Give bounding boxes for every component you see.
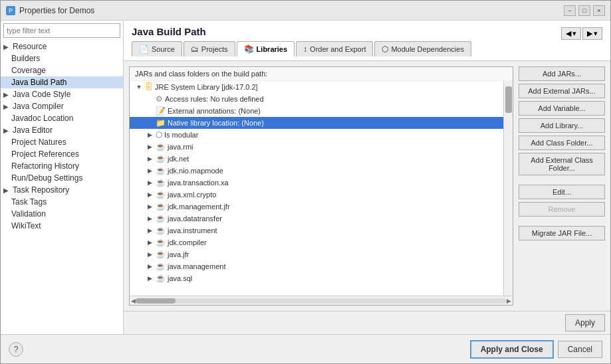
- toggle-jdk-compiler[interactable]: ▶: [146, 239, 154, 246]
- toggle-java-datatransfer[interactable]: ▶: [146, 215, 154, 222]
- apply-close-button[interactable]: Apply and Close: [470, 340, 554, 359]
- sidebar-label-java-build-path: Java Build Path: [11, 78, 66, 87]
- sidebar-item-task-tags[interactable]: Task Tags: [1, 196, 123, 208]
- sidebar-item-validation[interactable]: Validation: [1, 208, 123, 220]
- close-button[interactable]: ×: [593, 5, 605, 16]
- add-class-folder-button[interactable]: Add Class Folder...: [519, 136, 605, 150]
- scroll-right-btn[interactable]: ▶: [507, 298, 511, 304]
- window-title: Properties for Demos: [19, 6, 94, 15]
- add-external-jars-button[interactable]: Add External JARs...: [519, 84, 605, 98]
- tree-row-jdk-management-jfr[interactable]: ▶ ☕ jdk.management.jfr: [130, 201, 503, 213]
- main-content: ▶ Resource Builders Coverage Java Build …: [1, 21, 610, 334]
- tree-row-java-xml-crypto[interactable]: ▶ ☕ java.xml.crypto: [130, 189, 503, 201]
- cancel-button[interactable]: Cancel: [558, 341, 602, 358]
- label-jdk-management-jfr: jdk.management.jfr: [168, 203, 230, 211]
- edit-button[interactable]: Edit...: [519, 185, 605, 199]
- toggle-jdk-management-jfr[interactable]: ▶: [146, 203, 154, 210]
- toggle-java-instrument[interactable]: ▶: [146, 227, 154, 234]
- back-nav-button[interactable]: ◀ ▾: [561, 27, 581, 40]
- sidebar-item-coverage[interactable]: Coverage: [1, 64, 123, 76]
- sidebar-item-builders[interactable]: Builders: [1, 52, 123, 64]
- sidebar-item-run-debug-settings[interactable]: Run/Debug Settings: [1, 172, 123, 184]
- add-jars-button[interactable]: Add JARs...: [519, 66, 605, 81]
- tree-row-java-instrument[interactable]: ▶ ☕ java.instrument: [130, 225, 503, 236]
- button-spacer-1: [519, 178, 605, 182]
- back-dropdown-icon: ▾: [572, 29, 576, 38]
- tab-order-export[interactable]: ↕ Order and Export: [296, 41, 373, 56]
- title-bar-left: P Properties for Demos: [6, 6, 94, 15]
- sidebar-item-java-editor[interactable]: ▶ Java Editor: [1, 124, 123, 136]
- tree-row-ext-annotations[interactable]: 📝 External annotations: (None): [130, 105, 503, 117]
- tab-projects[interactable]: 🗂 Projects: [183, 41, 235, 56]
- libraries-tab-icon: 📚: [244, 45, 254, 54]
- tree-row-native-library[interactable]: 📁 Native library location: (None): [130, 117, 503, 129]
- tree-row-is-modular[interactable]: ▶ ⬡ Is modular: [130, 129, 503, 141]
- vertical-scrollbar[interactable]: [503, 81, 513, 296]
- add-variable-button[interactable]: Add Variable...: [519, 101, 605, 116]
- filter-input[interactable]: [3, 23, 120, 38]
- minimize-button[interactable]: −: [564, 5, 576, 16]
- tree-row-jre-system[interactable]: ▼ 🗄 JRE System Library [jdk-17.0.2]: [130, 81, 503, 93]
- tree-row-jdk-nio-mapmode[interactable]: ▶ ☕ jdk.nio.mapmode: [130, 165, 503, 177]
- apply-button[interactable]: Apply: [565, 314, 605, 331]
- icon-java-datatransfer: ☕: [156, 214, 166, 223]
- add-external-class-folder-button[interactable]: Add External Class Folder...: [519, 153, 605, 175]
- toggle-java-transaction-xa[interactable]: ▶: [146, 179, 154, 186]
- sidebar-label-validation: Validation: [11, 209, 46, 219]
- horizontal-scrollbar[interactable]: ◀ ▶: [130, 296, 513, 305]
- sidebar-item-javadoc-location[interactable]: Javadoc Location: [1, 112, 123, 124]
- scroll-left-btn[interactable]: ◀: [131, 298, 136, 304]
- tree-row-java-jfr[interactable]: ▶ ☕ java.jfr: [130, 248, 503, 260]
- tree-row-jdk-compiler[interactable]: ▶ ☕ jdk.compiler: [130, 236, 503, 248]
- sidebar-item-project-natures[interactable]: Project Natures: [1, 136, 123, 148]
- add-library-button[interactable]: Add Library...: [519, 118, 605, 133]
- toggle-ext-annotations: [146, 108, 154, 114]
- toggle-is-modular[interactable]: ▶: [146, 132, 154, 138]
- toggle-java-jfr[interactable]: ▶: [146, 251, 154, 258]
- sidebar-label-java-code-style: Java Code Style: [13, 90, 70, 99]
- scrollbar-thumb[interactable]: [136, 298, 176, 304]
- label-jdk-net: jdk.net: [168, 155, 189, 163]
- toggle-java-management[interactable]: ▶: [146, 263, 154, 270]
- sidebar-item-wikitext[interactable]: WikiText: [1, 220, 123, 232]
- sidebar-item-java-code-style[interactable]: ▶ Java Code Style: [1, 88, 123, 100]
- icon-jdk-management-jfr: ☕: [156, 202, 166, 211]
- source-tab-icon: 📄: [139, 45, 149, 54]
- tree-row-java-rmi[interactable]: ▶ ☕ java.rmi: [130, 141, 503, 153]
- tab-source[interactable]: 📄 Source: [132, 41, 182, 56]
- tab-module-dependencies[interactable]: ⬡ Module Dependencies: [374, 41, 471, 56]
- forward-nav-button[interactable]: ▶ ▾: [582, 27, 602, 40]
- tab-libraries[interactable]: 📚 Libraries: [237, 41, 295, 56]
- sidebar-item-resource[interactable]: ▶ Resource: [1, 41, 123, 52]
- tree-row-access-rules[interactable]: ⚙ Access rules: No rules defined: [130, 93, 503, 105]
- toggle-native-library: [146, 120, 154, 126]
- toggle-java-xml-crypto[interactable]: ▶: [146, 191, 154, 198]
- toggle-java-rmi[interactable]: ▶: [146, 143, 154, 150]
- tree-row-java-transaction-xa[interactable]: ▶ ☕ java.transaction.xa: [130, 177, 503, 189]
- toggle-jdk-nio-mapmode[interactable]: ▶: [146, 167, 154, 174]
- toggle-jdk-net[interactable]: ▶: [146, 155, 154, 162]
- toggle-java-sql[interactable]: ▶: [146, 275, 154, 282]
- panel-header: Java Build Path ◀ ▾ ▶ ▾ 📄: [124, 21, 610, 61]
- icon-java-management: ☕: [156, 262, 166, 271]
- sidebar-item-project-references[interactable]: Project References: [1, 148, 123, 160]
- sidebar-label-javadoc-location: Javadoc Location: [11, 114, 73, 123]
- tree-row-java-management[interactable]: ▶ ☕ java.management: [130, 260, 503, 272]
- sidebar-item-task-repository[interactable]: ▶ Task Repository: [1, 184, 123, 196]
- panel-title: Java Build Path: [132, 26, 206, 37]
- tree-row-java-sql[interactable]: ▶ ☕ java.sql: [130, 272, 503, 284]
- window-controls: − □ ×: [564, 5, 605, 16]
- toggle-jre-system[interactable]: ▼: [135, 84, 143, 90]
- sidebar-item-java-build-path[interactable]: Java Build Path: [1, 76, 123, 88]
- remove-button[interactable]: Remove: [519, 202, 605, 217]
- migrate-jar-button[interactable]: Migrate JAR File...: [519, 226, 605, 240]
- tree-scroll[interactable]: ▼ 🗄 JRE System Library [jdk-17.0.2] ⚙: [130, 81, 503, 296]
- sidebar-item-java-compiler[interactable]: ▶ Java Compiler: [1, 100, 123, 112]
- sidebar-label-task-repository: Task Repository: [13, 185, 69, 195]
- sidebar-item-refactoring-history[interactable]: Refactoring History: [1, 160, 123, 172]
- maximize-button[interactable]: □: [578, 5, 590, 16]
- tree-row-jdk-net[interactable]: ▶ ☕ jdk.net: [130, 153, 503, 165]
- help-button[interactable]: ?: [9, 342, 23, 357]
- module-tab-icon: ⬡: [382, 45, 388, 54]
- tree-row-java-datatransfer[interactable]: ▶ ☕ java.datatransfer: [130, 213, 503, 225]
